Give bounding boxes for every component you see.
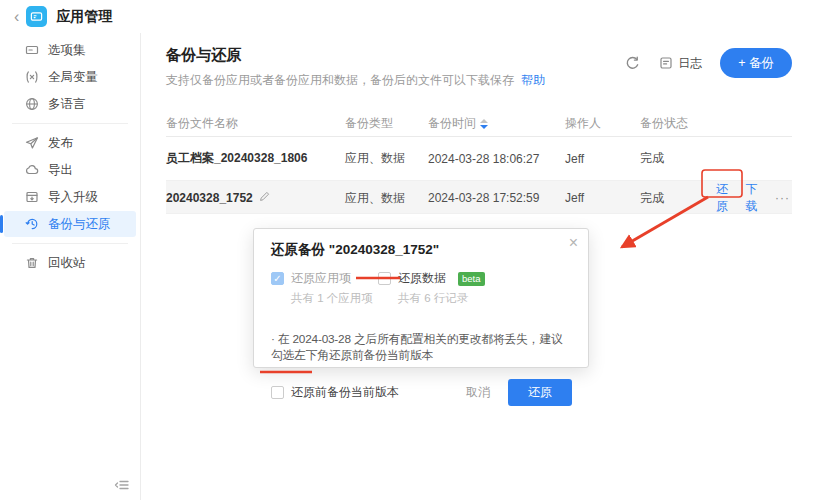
restore-data-label: 还原数据 <box>398 270 446 287</box>
column-header-name[interactable]: 备份文件名称 <box>166 115 345 132</box>
restore-action-link[interactable]: 还原 <box>716 181 732 215</box>
restore-app-count: 共有 1 个应用项 <box>291 291 378 306</box>
trash-icon <box>25 256 39 270</box>
backup-status: 完成 <box>640 190 716 207</box>
option-set-icon <box>25 43 39 57</box>
sidebar-divider <box>12 243 128 244</box>
sidebar-item-label: 回收站 <box>48 255 86 272</box>
restore-data-checkbox[interactable] <box>378 272 391 285</box>
sidebar-item-label: 导入升级 <box>48 189 98 206</box>
backup-file-name-text: 员工档案_20240328_1806 <box>166 150 307 167</box>
backup-table: 备份文件名称 备份类型 备份时间 操作人 备份状态 员工档案_20240328_… <box>166 111 792 214</box>
back-chevron-icon[interactable]: ‹ <box>10 9 23 25</box>
dialog-title: 还原备份 "20240328_1752" <box>271 241 572 259</box>
sidebar-item-label: 备份与还原 <box>48 216 111 233</box>
edit-pencil-icon[interactable] <box>259 191 270 205</box>
globe-icon <box>25 97 39 111</box>
sidebar-item-backup-restore[interactable]: 备份与还原 <box>4 211 136 237</box>
backup-file-name: 员工档案_20240328_1806 <box>166 150 345 167</box>
variable-icon <box>25 70 39 84</box>
app-management-page: { "topbar": { "app_title": "应用管理" }, "si… <box>0 0 816 500</box>
column-header-time[interactable]: 备份时间 <box>428 115 565 132</box>
sidebar-item-recycle-bin[interactable]: 回收站 <box>0 250 140 276</box>
table-row[interactable]: 20240328_1752 应用、数据 2024-03-28 17:52:59 … <box>166 181 792 214</box>
cancel-button[interactable]: 取消 <box>466 384 490 401</box>
backup-status: 完成 <box>640 150 716 167</box>
sidebar-item-label: 多语言 <box>48 96 86 113</box>
log-button[interactable]: 日志 <box>659 55 702 72</box>
backup-file-name-text: 20240328_1752 <box>166 191 253 205</box>
download-action-link[interactable]: 下载 <box>746 181 762 215</box>
import-box-icon <box>25 190 39 204</box>
backup-type: 应用、数据 <box>345 150 428 167</box>
sidebar-item-global-variables[interactable]: 全局变量 <box>0 64 140 90</box>
restore-app-checkbox[interactable]: ✓ <box>271 272 284 285</box>
column-header-type[interactable]: 备份类型 <box>345 115 428 132</box>
log-button-label: 日志 <box>678 55 702 72</box>
backup-restore-icon <box>25 217 39 231</box>
sidebar-item-label: 全局变量 <box>48 69 98 86</box>
dialog-footer: 还原前备份当前版本 取消 还原 <box>271 379 572 406</box>
backup-before-restore-option: 还原前备份当前版本 <box>271 384 399 401</box>
table-row[interactable]: 员工档案_20240328_1806 应用、数据 2024-03-28 18:0… <box>166 137 792 181</box>
backup-file-name: 20240328_1752 <box>166 191 345 205</box>
backup-before-restore-label: 还原前备份当前版本 <box>291 384 399 401</box>
backup-time: 2024-03-28 17:52:59 <box>428 191 565 205</box>
sidebar-item-export[interactable]: 导出 <box>0 157 140 183</box>
help-link[interactable]: 帮助 <box>521 73 545 87</box>
sort-asc-icon[interactable] <box>480 119 488 123</box>
backup-time: 2024-03-28 18:06:27 <box>428 152 565 166</box>
restore-data-count: 共有 6 行记录 <box>398 291 485 306</box>
sidebar-item-label: 导出 <box>48 162 73 179</box>
app-logo-icon[interactable] <box>26 6 47 27</box>
app-title: 应用管理 <box>56 8 112 26</box>
restore-app-option: ✓ 还原应用项 共有 1 个应用项 <box>271 270 378 306</box>
column-header-operator[interactable]: 操作人 <box>565 115 640 132</box>
confirm-restore-button[interactable]: 还原 <box>508 379 572 406</box>
backup-before-restore-checkbox[interactable] <box>271 386 284 399</box>
sidebar-item-label: 选项集 <box>48 42 86 59</box>
subtitle-text: 支持仅备份应用或者备份应用和数据，备份后的文件可以下载保存 <box>166 73 514 87</box>
dialog-notice-text: · 在 2024-03-28 之后所有配置相关的更改都将丢失，建议勾选左下角还原… <box>271 332 572 364</box>
sidebar-divider <box>12 123 128 124</box>
sort-carets-icon[interactable] <box>480 119 488 129</box>
sidebar-item-label: 发布 <box>48 135 73 152</box>
backup-type: 应用、数据 <box>345 190 428 207</box>
sidebar-item-multilanguage[interactable]: 多语言 <box>0 91 140 117</box>
new-backup-button[interactable]: + 备份 <box>720 48 792 78</box>
backup-operator: Jeff <box>565 152 640 166</box>
backup-operator: Jeff <box>565 191 640 205</box>
send-icon <box>25 136 39 150</box>
more-actions-icon[interactable]: ··· <box>775 191 790 205</box>
sidebar-item-import-upgrade[interactable]: 导入升级 <box>0 184 140 210</box>
restore-app-label: 还原应用项 <box>291 270 351 287</box>
row-actions: 还原 下载 ··· <box>716 181 792 215</box>
restore-options: ✓ 还原应用项 共有 1 个应用项 还原数据 beta 共有 6 行记录 <box>271 270 572 306</box>
toolbar: 日志 + 备份 <box>623 48 792 78</box>
cloud-icon <box>25 163 39 177</box>
sidebar: 选项集 全局变量 多语言 发布 导出 <box>0 33 141 500</box>
restore-data-option: 还原数据 beta 共有 6 行记录 <box>378 270 485 306</box>
close-icon[interactable]: × <box>569 235 578 251</box>
restore-backup-dialog: 还原备份 "20240328_1752" × ✓ 还原应用项 共有 1 个应用项… <box>253 228 589 368</box>
column-header-status[interactable]: 备份状态 <box>640 115 716 132</box>
sort-desc-icon[interactable] <box>480 125 488 129</box>
topbar: ‹ 应用管理 <box>0 0 816 33</box>
sidebar-collapse-icon[interactable] <box>112 476 132 494</box>
sidebar-item-publish[interactable]: 发布 <box>0 130 140 156</box>
table-header-row: 备份文件名称 备份类型 备份时间 操作人 备份状态 <box>166 111 792 137</box>
beta-badge: beta <box>458 272 485 286</box>
column-header-time-label: 备份时间 <box>428 115 476 132</box>
sidebar-item-option-sets[interactable]: 选项集 <box>0 37 140 63</box>
refresh-icon[interactable] <box>623 54 641 72</box>
